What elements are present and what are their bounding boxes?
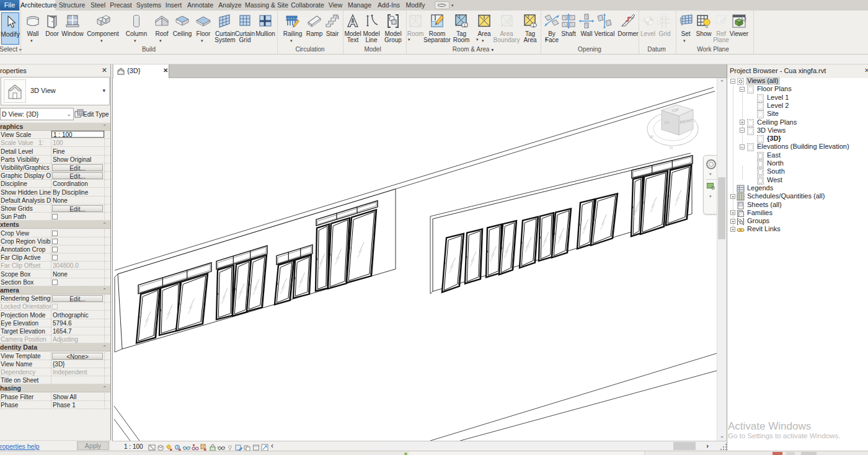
svg-text:N: N (670, 146, 673, 150)
svg-text:W: W (649, 135, 653, 139)
svg-text:1: 1 (533, 24, 534, 27)
svg-text:1: 1 (464, 24, 466, 27)
